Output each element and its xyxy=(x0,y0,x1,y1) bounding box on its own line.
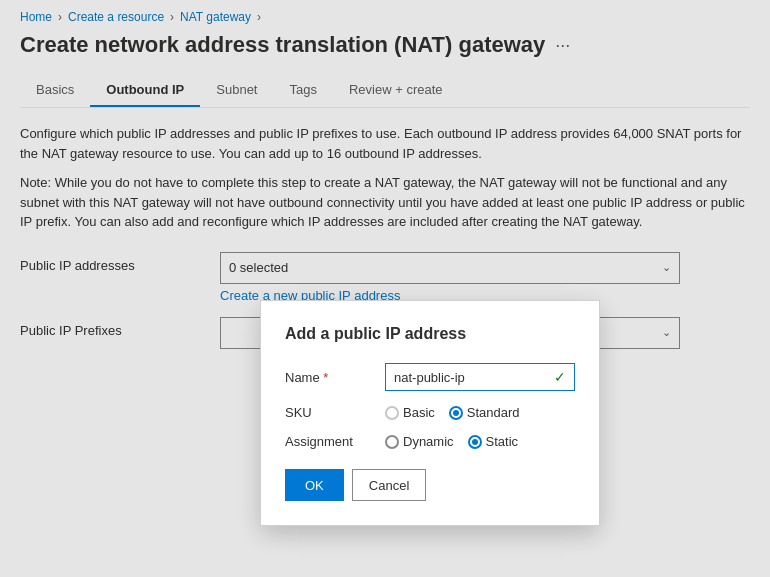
assignment-static-label: Static xyxy=(486,434,519,449)
sku-standard-label: Standard xyxy=(467,405,520,420)
modal-overlay: Add a public IP address Name * nat-publi… xyxy=(0,0,770,577)
sku-standard-option[interactable]: Standard xyxy=(449,405,520,420)
sku-basic-radio[interactable] xyxy=(385,406,399,420)
assignment-dynamic-radio[interactable] xyxy=(385,435,399,449)
assignment-static-radio[interactable] xyxy=(468,435,482,449)
modal-sku-row: SKU Basic Standard xyxy=(285,405,575,420)
modal-name-row: Name * nat-public-ip ✓ xyxy=(285,363,575,391)
sku-radio-group: Basic Standard xyxy=(385,405,520,420)
assignment-radio-group: Dynamic Static xyxy=(385,434,518,449)
assignment-dynamic-option[interactable]: Dynamic xyxy=(385,434,454,449)
modal-ok-button[interactable]: OK xyxy=(285,469,344,501)
sku-basic-label: Basic xyxy=(403,405,435,420)
add-public-ip-modal: Add a public IP address Name * nat-publi… xyxy=(260,300,600,526)
modal-assignment-row: Assignment Dynamic Static xyxy=(285,434,575,449)
input-valid-icon: ✓ xyxy=(554,369,566,385)
sku-basic-option[interactable]: Basic xyxy=(385,405,435,420)
assignment-dynamic-label: Dynamic xyxy=(403,434,454,449)
modal-cancel-button[interactable]: Cancel xyxy=(352,469,426,501)
modal-actions: OK Cancel xyxy=(285,469,575,501)
modal-name-input-wrapper: nat-public-ip ✓ xyxy=(385,363,575,391)
modal-name-label: Name * xyxy=(285,370,385,385)
modal-title: Add a public IP address xyxy=(285,325,575,343)
sku-standard-radio[interactable] xyxy=(449,406,463,420)
modal-name-value: nat-public-ip xyxy=(394,370,465,385)
modal-assignment-label: Assignment xyxy=(285,434,385,449)
required-indicator: * xyxy=(323,370,328,385)
assignment-static-option[interactable]: Static xyxy=(468,434,519,449)
modal-sku-label: SKU xyxy=(285,405,385,420)
